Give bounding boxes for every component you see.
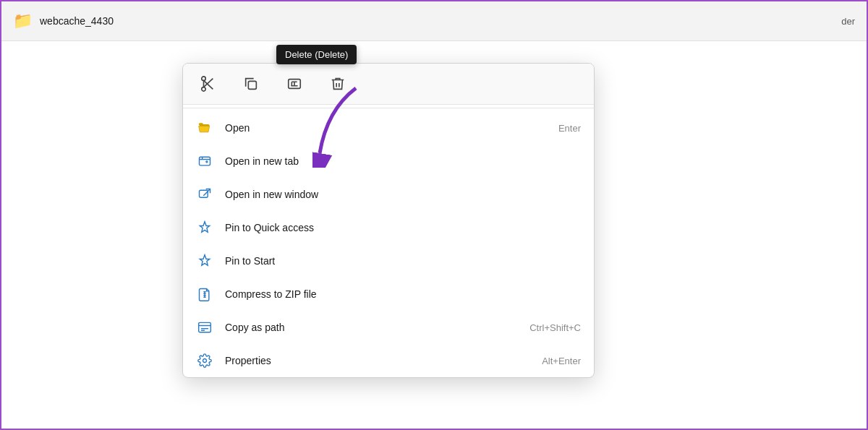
menu-item-open-window[interactable]: Open in new window <box>183 178 594 211</box>
delete-button[interactable] <box>325 71 351 97</box>
open-window-label: Open in new window <box>225 189 581 200</box>
open-shortcut: Enter <box>558 123 581 134</box>
menu-item-compress[interactable]: Compress to ZIP file <box>183 278 594 311</box>
menu-separator-top <box>183 108 594 108</box>
menu-item-open-tab[interactable]: Open in new tab <box>183 145 594 178</box>
menu-item-pin-start[interactable]: Pin to Start <box>183 244 594 278</box>
pin-quick-label: Pin to Quick access <box>225 222 581 233</box>
context-toolbar <box>183 64 594 105</box>
pin-start-label: Pin to Start <box>225 255 581 267</box>
title-bar: 📁 webcache_4430 der <box>1 1 867 41</box>
main-area: Delete (Delete) <box>1 41 867 429</box>
menu-item-open[interactable]: Open Enter <box>183 111 594 145</box>
rename-button[interactable] <box>281 71 307 97</box>
menu-item-copy-path[interactable]: Copy as path Ctrl+Shift+C <box>183 311 594 344</box>
properties-label: Properties <box>225 355 530 366</box>
folder-icon: 📁 <box>13 12 33 30</box>
open-tab-label: Open in new tab <box>225 155 581 167</box>
copy-path-icon <box>196 319 213 336</box>
properties-shortcut: Alt+Enter <box>542 356 581 366</box>
window-frame: 📁 webcache_4430 der Delete (Delete) <box>0 0 868 430</box>
menu-item-pin-quick[interactable]: Pin to Quick access <box>183 211 594 244</box>
copy-path-shortcut: Ctrl+Shift+C <box>529 322 581 333</box>
copy-button[interactable] <box>238 71 264 97</box>
zip-icon <box>196 285 213 303</box>
properties-icon <box>196 352 213 369</box>
open-icon <box>196 119 213 137</box>
new-window-icon <box>196 186 213 203</box>
context-menu: Open Enter Open in new tab <box>182 63 595 378</box>
svg-rect-15 <box>200 190 208 197</box>
svg-rect-12 <box>200 157 210 165</box>
open-label: Open <box>225 122 547 134</box>
menu-item-properties[interactable]: Properties Alt+Enter <box>183 344 594 377</box>
cut-button[interactable] <box>195 71 221 97</box>
compress-label: Compress to ZIP file <box>225 288 581 300</box>
new-tab-icon <box>196 152 213 170</box>
title-right-label: der <box>841 16 855 27</box>
svg-rect-6 <box>248 81 256 89</box>
delete-tooltip: Delete (Delete) <box>276 45 357 64</box>
pin-start-icon <box>196 252 213 270</box>
pin-quick-icon <box>196 219 213 236</box>
svg-point-26 <box>203 359 207 363</box>
copy-path-label: Copy as path <box>225 322 518 333</box>
svg-point-1 <box>202 87 206 92</box>
svg-point-2 <box>202 77 206 81</box>
window-title: webcache_4430 <box>40 15 114 27</box>
